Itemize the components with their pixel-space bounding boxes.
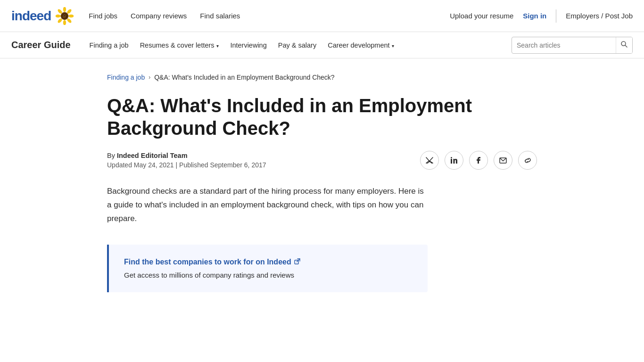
interviewing-link[interactable]: Interviewing (230, 41, 266, 49)
breadcrumb-separator: › (149, 74, 150, 81)
career-dev-link[interactable]: Career development ▾ (328, 41, 394, 49)
svg-line-19 (625, 45, 627, 47)
svg-point-16 (63, 17, 64, 18)
breadcrumb-parent[interactable]: Finding a job (107, 74, 145, 81)
external-link-icon (294, 258, 300, 266)
nav-divider (556, 9, 556, 23)
author-name: Indeed Editorial Team (117, 152, 188, 159)
logo-text: indeed (11, 8, 51, 24)
search-box (512, 37, 633, 54)
sign-in-link[interactable]: Sign in (523, 12, 546, 20)
external-icon (294, 258, 300, 264)
pay-salary-link[interactable]: Pay & salary (278, 41, 316, 49)
svg-point-21 (451, 157, 452, 158)
finding-a-job-link[interactable]: Finding a job (90, 41, 129, 49)
share-linkedin-button[interactable] (445, 151, 463, 170)
search-input[interactable] (512, 41, 616, 49)
svg-point-4 (63, 20, 66, 25)
upload-resume-link[interactable]: Upload your resume (450, 12, 513, 20)
breadcrumb: Finding a job › Q&A: What's Included in … (107, 74, 537, 81)
linkedin-icon (450, 156, 458, 164)
find-salaries-link[interactable]: Find salaries (200, 12, 240, 20)
resumes-cover-link[interactable]: Resumes & cover letters ▾ (140, 41, 219, 49)
callout-link[interactable]: Find the best companies to work for on I… (124, 258, 413, 266)
svg-point-6 (56, 14, 61, 17)
svg-rect-20 (451, 159, 452, 164)
email-icon (499, 157, 507, 164)
author-byline: By Indeed Editorial Team (107, 152, 420, 159)
author-info: By Indeed Editorial Team Updated May 24,… (107, 152, 420, 169)
top-navigation: indeed Find jobs Company (0, 0, 644, 32)
link-icon (524, 156, 532, 165)
svg-point-2 (68, 14, 74, 17)
callout-link-text: Find the best companies to work for on I… (124, 258, 291, 266)
share-facebook-button[interactable] (469, 151, 488, 170)
main-content: Finding a job › Q&A: What's Included in … (96, 58, 548, 321)
article-intro: Background checks are a standard part of… (107, 185, 428, 226)
svg-point-10 (63, 15, 64, 16)
updated-date: Updated May 24, 2021 (107, 161, 174, 169)
dropdown-arrow-resumes: ▾ (215, 43, 219, 49)
breadcrumb-current: Q&A: What's Included in an Employment Ba… (154, 74, 334, 81)
callout-box: Find the best companies to work for on I… (107, 245, 428, 292)
author-social-row: By Indeed Editorial Team Updated May 24,… (107, 151, 537, 170)
svg-point-0 (63, 7, 66, 12)
dropdown-arrow-career: ▾ (391, 43, 395, 49)
top-nav-links: Find jobs Company reviews Find salaries (89, 12, 450, 20)
indeed-logo[interactable]: indeed (11, 7, 74, 25)
sunflower-icon (56, 7, 74, 25)
published-date: Published September 6, 2017 (179, 161, 266, 169)
company-reviews-link[interactable]: Company reviews (131, 12, 187, 20)
share-twitter-button[interactable] (420, 151, 439, 170)
svg-point-15 (65, 16, 66, 16)
share-link-button[interactable] (518, 151, 537, 170)
facebook-icon (476, 156, 481, 164)
top-nav-right: Upload your resume Sign in Employers / P… (450, 9, 633, 23)
search-button[interactable] (616, 37, 632, 53)
svg-point-11 (64, 14, 65, 15)
callout-body: Get access to millions of company rating… (124, 271, 413, 279)
employers-link[interactable]: Employers / Post Job (566, 12, 633, 20)
svg-point-14 (64, 16, 65, 16)
svg-point-13 (63, 16, 64, 16)
svg-point-17 (65, 17, 66, 18)
career-guide-title: Career Guide (11, 40, 71, 50)
share-email-button[interactable] (494, 151, 512, 170)
article-title: Q&A: What's Included in an Employment Ba… (107, 94, 508, 140)
social-share-buttons (420, 151, 537, 170)
find-jobs-link[interactable]: Find jobs (89, 12, 117, 20)
twitter-icon (426, 157, 433, 164)
career-guide-navigation: Career Guide Finding a job Resumes & cov… (0, 32, 644, 58)
author-dates: Updated May 24, 2021 | Published Septemb… (107, 161, 420, 169)
svg-point-12 (66, 15, 66, 16)
author-label: By (107, 152, 115, 159)
date-separator: | (176, 161, 180, 169)
search-icon (621, 41, 627, 48)
career-nav-links: Finding a job Resumes & cover letters ▾ … (90, 41, 496, 49)
